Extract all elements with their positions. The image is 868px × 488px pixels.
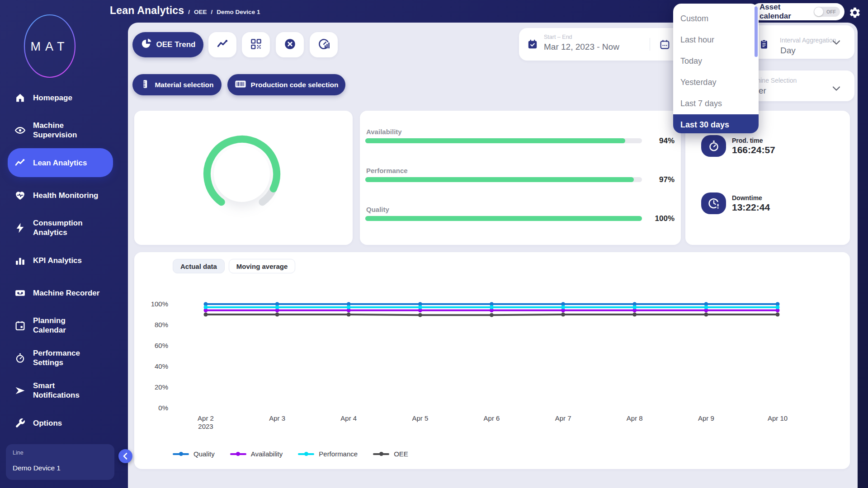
heart-pulse-icon: [14, 190, 26, 201]
progress-fill: [365, 216, 642, 221]
sidebar-item-lean-analytics[interactable]: Lean Analytics: [8, 148, 113, 177]
x-circle-button[interactable]: [276, 32, 304, 57]
data-point: [347, 313, 351, 317]
data-point: [275, 305, 279, 309]
line-chart-button[interactable]: [208, 32, 236, 57]
legend-line-sample: [230, 452, 246, 456]
material-selection-button[interactable]: Material selection: [132, 74, 222, 95]
sidebar-item-label: Lean Analytics: [33, 158, 87, 168]
sidebar-item-label: SmartNotifications: [33, 381, 80, 400]
interval-aggregation-label: Interval Aggregation: [780, 37, 836, 44]
sidebar-item-homepage[interactable]: Homepage: [8, 83, 113, 112]
production-code-selection-button[interactable]: Production code selection: [227, 74, 345, 95]
legend-item-performance[interactable]: Performance: [298, 450, 358, 458]
data-point: [561, 313, 565, 317]
asset-calendar-control: Asset calendar OFF: [751, 3, 844, 20]
calendar-check-icon: [527, 38, 538, 52]
line-chart-icon: [14, 157, 26, 169]
selected-line-card[interactable]: Line Demo Device 1: [6, 444, 114, 480]
data-point: [632, 305, 637, 309]
legend-label: Availability: [251, 450, 283, 458]
time-value: 166:24:57: [732, 145, 775, 155]
chevron-left-icon: [118, 449, 132, 463]
breadcrumb-oee: OEE: [194, 9, 207, 15]
send-icon: [14, 385, 26, 396]
sidebar-item-label: Machine Recorder: [33, 288, 99, 298]
line-device: Demo Device 1: [13, 464, 108, 472]
sidebar-collapse-button[interactable]: [118, 449, 132, 463]
date-range-field[interactable]: Start – End Mar 12, 2023 - Now: [519, 28, 698, 61]
svg-text:Apr 5: Apr 5: [412, 414, 428, 422]
sidebar-item-health-monitoring[interactable]: Health Monitoring: [8, 181, 113, 210]
svg-text:Apr 2: Apr 2: [198, 414, 214, 422]
toggle-knob: [814, 7, 823, 16]
data-point: [490, 313, 494, 317]
trend-chart-card: Actual data Moving average 100%80%60%40%…: [134, 252, 850, 469]
svg-text:Apr 9: Apr 9: [698, 414, 714, 422]
dropdown-item-yesterday[interactable]: Yesterday: [673, 72, 759, 93]
gauge-stats-button[interactable]: [310, 32, 338, 57]
sidebar-item-planning-calendar[interactable]: PlanningCalendar: [8, 311, 113, 340]
progress-track: [365, 177, 642, 182]
sidebar-item-machine-recorder[interactable]: Machine Recorder: [8, 278, 113, 307]
svg-text:0%: 0%: [158, 404, 168, 412]
legend-line-sample: [373, 452, 389, 456]
svg-text:Apr 6: Apr 6: [484, 414, 500, 422]
data-point: [275, 313, 279, 317]
dropdown-item-custom[interactable]: Custom: [673, 8, 759, 29]
oee-gauge: [134, 111, 353, 245]
sidebar-item-performance-settings[interactable]: PerformanceSettings: [8, 343, 113, 372]
data-point: [418, 305, 422, 309]
data-point: [776, 313, 780, 317]
dropdown-item-last-30-days[interactable]: Last 30 days: [673, 114, 759, 133]
data-point: [776, 305, 780, 309]
legend-label: Quality: [193, 450, 215, 458]
sidebar-item-options[interactable]: Options: [8, 408, 113, 437]
sidebar-item-label: MachineSupervision: [33, 121, 77, 140]
bar-value-quality: 100%: [638, 214, 675, 223]
dropdown-item-last-hour[interactable]: Last hour: [673, 29, 759, 51]
qr-grid-button[interactable]: [242, 32, 270, 57]
gear-icon[interactable]: [849, 6, 861, 19]
progress-fill: [365, 138, 625, 143]
legend-line-sample: [173, 452, 189, 456]
svg-text:Apr 7: Apr 7: [555, 414, 571, 422]
progress-track: [365, 138, 642, 143]
svg-text:Apr 3: Apr 3: [269, 414, 285, 422]
sidebar-item-smart-notifications[interactable]: SmartNotifications: [8, 376, 113, 405]
date-range-value: Mar 12, 2023 - Now: [544, 42, 619, 52]
oee-gauge-card: 90% OEE: [134, 111, 353, 245]
wrench-icon: [14, 418, 26, 429]
bar-label-quality: Quality: [366, 206, 389, 213]
legend-line-sample: [298, 452, 314, 456]
toggle-state-label: OFF: [826, 9, 836, 14]
sidebar-item-consumption-analytics[interactable]: ConsumptionAnalytics: [8, 213, 113, 242]
breadcrumb-device: Demo Device 1: [217, 9, 260, 15]
dropdown-item-today[interactable]: Today: [673, 51, 759, 72]
logo-text: MAT: [31, 40, 69, 53]
legend-item-availability[interactable]: Availability: [230, 450, 283, 458]
legend-item-oee[interactable]: OEE: [373, 450, 408, 458]
mat-logo: MAT: [23, 13, 77, 81]
stopwatch-icon: [701, 135, 726, 157]
svg-text:20%: 20%: [155, 383, 168, 391]
page-title: Lean Analytics: [110, 5, 184, 17]
sidebar-item-label: KPI Analytics: [33, 256, 82, 265]
cylinder-icon: [140, 79, 150, 91]
chevron-down-icon: [832, 85, 841, 93]
dropdown-item-last-7-days[interactable]: Last 7 days: [673, 93, 759, 114]
oee-trend-button[interactable]: OEE Trend: [132, 32, 203, 57]
calendar-dots-icon[interactable]: [659, 39, 670, 52]
legend-item-quality[interactable]: Quality: [173, 450, 215, 458]
svg-text:Apr 4: Apr 4: [340, 414, 357, 422]
cassette-icon: [14, 287, 26, 299]
sidebar-nav: HomepageMachineSupervisionLean Analytics…: [0, 83, 128, 441]
oee-trend-label: OEE Trend: [156, 40, 196, 49]
svg-text:Apr 8: Apr 8: [627, 414, 643, 422]
home-icon: [14, 92, 26, 103]
legend-label: OEE: [394, 450, 408, 458]
sidebar-item-kpi-analytics[interactable]: KPI Analytics: [8, 246, 113, 275]
data-point: [418, 313, 422, 317]
sidebar-item-machine-supervision[interactable]: MachineSupervision: [8, 116, 113, 145]
asset-calendar-toggle[interactable]: OFF: [814, 7, 840, 17]
